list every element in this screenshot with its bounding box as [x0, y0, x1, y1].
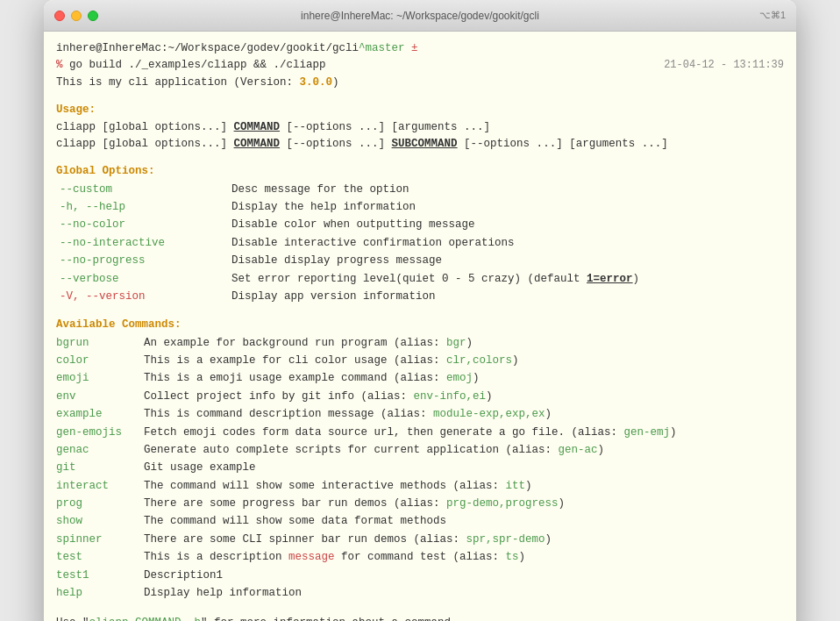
keyboard-shortcut: ⌥⌘1 [759, 10, 786, 21]
available-commands-header: Available Commands: [56, 317, 784, 333]
option-row: -V, --versionDisplay app version informa… [56, 289, 784, 305]
close-button[interactable] [54, 11, 65, 21]
command-name: git [56, 460, 144, 476]
option-desc: Disable color when outputting message [231, 217, 475, 233]
command-description: This is a emoji usage example command (a… [144, 370, 480, 387]
command-description: There are some CLI spinner bar run demos… [144, 532, 552, 548]
command-description: This is command description message (ali… [144, 406, 552, 423]
commands-list: bgrunAn example for background run progr… [56, 335, 784, 603]
highlighted-word: message [288, 551, 335, 563]
window-title: inhere@InhereMac: ~/Workspace/godev/gook… [301, 10, 539, 22]
command-alias: bgr [446, 337, 466, 349]
usage-command2: COMMAND [234, 138, 281, 150]
command-name: test1 [56, 567, 144, 584]
command-row: testThis is a description message for co… [56, 549, 784, 566]
command-alias: clr,colors [446, 354, 512, 367]
option-name: -V, --version [56, 289, 231, 305]
app-message: This is my cli application (Version: 3.0… [56, 75, 784, 91]
minimize-button[interactable] [71, 11, 82, 21]
command-alias: module-exp,exp,ex [433, 408, 545, 420]
option-name: --no-interactive [56, 235, 231, 252]
command-description: The command will show some data format m… [144, 513, 446, 530]
terminal-window: inhere@InhereMac: ~/Workspace/godev/gook… [44, 0, 796, 621]
command-description: An example for background run program (a… [144, 335, 473, 352]
command-alias: spr,spr-demo [466, 533, 545, 546]
option-name: --no-color [56, 217, 231, 233]
command-row: helpDisplay help information [56, 585, 784, 602]
command-alias: gen-emj [624, 426, 671, 439]
command-alias: itt [506, 480, 526, 492]
command-row: progThere are some progress bar run demo… [56, 496, 784, 512]
command-description: Display help information [144, 585, 302, 602]
command-description: This is a example for cli color usage (a… [144, 353, 519, 369]
command-description: Generate auto complete scripts for curre… [144, 442, 604, 459]
option-desc: Disable display progress message [231, 253, 442, 269]
command-row: test1Description1 [56, 567, 784, 584]
option-name: --custom [56, 182, 231, 198]
command-description: Description1 [144, 567, 223, 584]
option-row: --no-interactiveDisable interactive conf… [56, 235, 784, 252]
command-row: envCollect project info by git info (ali… [56, 389, 784, 405]
option-desc: Desc message for the option [231, 182, 409, 198]
command-name: show [56, 513, 144, 530]
command-row: emojiThis is a emoji usage example comma… [56, 370, 784, 387]
command-row: gen-emojisFetch emoji codes form data so… [56, 425, 784, 441]
command-name: gen-emojis [56, 425, 144, 441]
usage-subcommand: SUBCOMMAND [392, 138, 458, 150]
command-name: test [56, 549, 144, 566]
command-name: spinner [56, 532, 144, 548]
option-row: --customDesc message for the option [56, 182, 784, 198]
command-name: emoji [56, 370, 144, 387]
command-name: interact [56, 478, 144, 495]
footer-command: cliapp COMMAND -h [89, 617, 202, 621]
option-row: --verboseSet error reporting level(quiet… [56, 271, 784, 288]
option-name: --verbose [56, 271, 231, 288]
command-description: Collect project info by git info (alias:… [144, 389, 493, 405]
option-desc: Disable interactive confirmation operati… [231, 235, 515, 252]
command-text: go build ./_examples/cliapp && ./cliapp [69, 59, 326, 71]
command-row: interactThe command will show some inter… [56, 478, 784, 495]
global-options-section: Global Options: --customDesc message for… [56, 163, 784, 305]
command-name: color [56, 353, 144, 369]
version-number: 3.0.0 [300, 76, 333, 89]
prompt-text: inhere@InhereMac:~/Workspace/godev/gooki… [56, 40, 418, 57]
usage-line2: cliapp [global options...] COMMAND [--op… [56, 136, 784, 153]
command-name: example [56, 406, 144, 423]
plus-sign: ± [411, 42, 418, 54]
command-description: Git usage example [144, 460, 256, 476]
command-name: prog [56, 496, 144, 512]
maximize-button[interactable] [88, 11, 98, 21]
command-row: bgrunAn example for background run progr… [56, 335, 784, 352]
footer-line: Use "cliapp COMMAND -h" for more informa… [56, 615, 784, 621]
option-desc: Display the help information [231, 199, 416, 216]
command-description: This is a description message for comman… [144, 549, 525, 566]
option-name: --no-progress [56, 253, 231, 269]
usage-header: Usage: [56, 102, 784, 118]
usage-line1: cliapp [global options...] COMMAND [--op… [56, 119, 784, 136]
option-row: --no-progressDisable display progress me… [56, 253, 784, 269]
dollar-sign: % [56, 59, 63, 71]
command-name: genac [56, 442, 144, 459]
default-value: 1=error [587, 273, 633, 285]
command-alias: emoj [446, 372, 473, 384]
command-name: bgrun [56, 335, 144, 352]
option-row: -h, --helpDisplay the help information [56, 199, 784, 216]
terminal-body: inhere@InhereMac:~/Workspace/godev/gooki… [44, 32, 796, 621]
option-desc: Set error reporting level(quiet 0 - 5 cr… [231, 271, 639, 288]
option-row: --no-colorDisable color when outputting … [56, 217, 784, 233]
command-row: genacGenerate auto complete scripts for … [56, 442, 784, 459]
command-description: The command will show some interactive m… [144, 478, 532, 495]
option-desc: Display app version information [231, 289, 436, 305]
command-alias: prg-demo,progress [446, 497, 559, 510]
command-alias: env-info,ei [414, 390, 487, 403]
timestamp: 21-04-12 - 13:11:39 [664, 57, 784, 74]
command-description: Fetch emoji codes form data source url, … [144, 425, 677, 441]
command-name: help [56, 585, 144, 602]
command-row: showThe command will show some data form… [56, 513, 784, 530]
option-name: -h, --help [56, 199, 231, 216]
branch-name: ^master [359, 42, 405, 54]
command-alias: gen-ac [559, 444, 598, 456]
global-options-header: Global Options: [56, 163, 784, 180]
command-description: There are some progress bar run demos (a… [144, 496, 565, 512]
traffic-lights [54, 11, 98, 21]
